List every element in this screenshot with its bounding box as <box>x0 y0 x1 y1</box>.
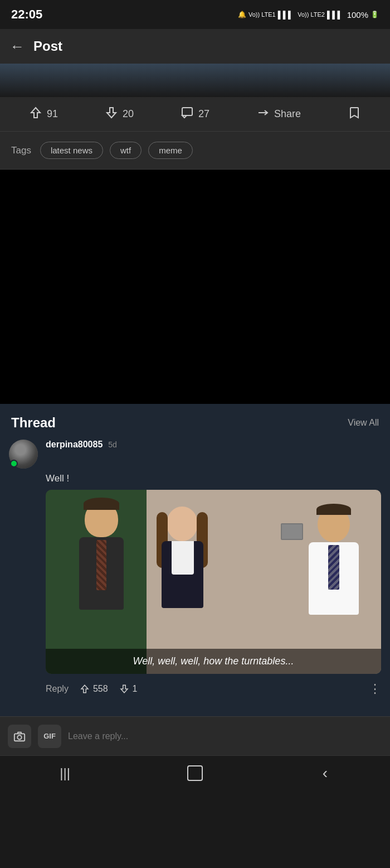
post-image-area <box>0 64 390 97</box>
page-title: Post <box>33 38 62 54</box>
gif-label: GIF <box>43 732 56 740</box>
char3-tie-stripe <box>328 545 339 590</box>
nav-back-button[interactable]: ‹ <box>311 759 339 787</box>
reply-input[interactable] <box>68 731 382 741</box>
comment-upvote-count: 558 <box>93 684 108 694</box>
post-image-blur <box>0 64 390 97</box>
comment-top: derpina80085 5d <box>9 440 381 469</box>
reply-button[interactable]: Reply <box>46 684 69 694</box>
char1-body <box>79 537 124 610</box>
character-1 <box>62 501 140 646</box>
avatar-container <box>9 440 38 469</box>
comment-downvote-button[interactable]: 1 <box>119 684 138 694</box>
meme-caption: Well, well, well, how the turntables... <box>46 649 381 674</box>
character-2 <box>146 507 218 646</box>
char3-tie <box>328 545 339 590</box>
online-indicator <box>10 460 18 467</box>
share-button[interactable]: Share <box>256 106 301 123</box>
tag-wtf[interactable]: wtf <box>110 142 142 159</box>
char1-head <box>85 501 118 537</box>
comment-actions: Reply 558 1 ⋮ <box>46 674 381 704</box>
bottom-nav: ||| ‹ <box>0 755 390 790</box>
meme-caption-text: Well, well, well, how the turntables... <box>133 655 294 667</box>
share-label: Share <box>274 108 301 120</box>
back-icon: ‹ <box>323 764 328 782</box>
tags-label: Tags <box>11 145 31 156</box>
signal-bars-1: ▌▌▌ <box>278 11 294 19</box>
status-bar: 22:05 🔔 Vo)) LTE1 ▌▌▌ Vo)) LTE2 ▌▌▌ 100%… <box>0 0 390 29</box>
char2-head <box>167 507 198 541</box>
gif-button[interactable]: GIF <box>38 725 61 748</box>
char2-shirt <box>172 541 194 575</box>
comment-downvote-icon <box>119 684 129 694</box>
svg-rect-0 <box>182 108 192 115</box>
comments-button[interactable]: 27 <box>181 106 209 123</box>
post-content-area <box>0 170 390 404</box>
nav-home-button[interactable] <box>181 759 209 787</box>
downvote-button[interactable]: 20 <box>105 106 134 123</box>
comment-username[interactable]: derpina80085 <box>46 440 103 450</box>
camera-icon <box>13 730 26 742</box>
status-icons: 🔔 Vo)) LTE1 ▌▌▌ Vo)) LTE2 ▌▌▌ 100% 🔋 <box>238 10 379 20</box>
char3-head <box>318 507 350 542</box>
char1-tie-pattern <box>96 540 106 590</box>
signal2-label: Vo)) LTE2 <box>298 11 325 18</box>
menu-icon: ||| <box>60 765 70 781</box>
comment-text: Well ! <box>46 473 381 484</box>
save-icon <box>348 106 361 123</box>
char1-tie <box>96 540 106 590</box>
signal-bars-2: ▌▌▌ <box>327 11 343 19</box>
more-options-button[interactable]: ⋮ <box>369 682 381 696</box>
comment-header-info: derpina80085 5d <box>46 440 117 452</box>
camera-button[interactable] <box>8 725 31 748</box>
reply-bar: GIF <box>0 716 390 755</box>
char1-hair <box>84 498 119 510</box>
char3-body <box>309 542 359 615</box>
comment-item: derpina80085 5d Well ! <box>0 440 390 713</box>
comment-time: 5d <box>108 440 117 449</box>
home-icon <box>187 765 203 781</box>
character-3 <box>298 507 370 646</box>
char3-hair <box>316 504 351 515</box>
upvote-button[interactable]: 91 <box>29 106 58 123</box>
upvote-count: 91 <box>47 108 58 120</box>
share-icon <box>256 106 270 123</box>
comment-meta: derpina80085 5d <box>46 440 117 450</box>
action-bar: 91 20 27 Share <box>0 97 390 132</box>
comment-upvote-button[interactable]: 558 <box>80 684 108 694</box>
downvote-count: 20 <box>123 108 134 120</box>
meme-scene: Well, well, well, how the turntables... <box>46 490 381 674</box>
back-button[interactable]: ← <box>10 38 25 55</box>
thread-header: Thread View All <box>0 404 390 440</box>
comment-downvote-count: 1 <box>133 684 138 694</box>
signal1-label: Vo)) LTE1 <box>248 11 276 18</box>
save-button[interactable] <box>348 106 361 123</box>
upvote-icon <box>29 106 42 123</box>
char2-hair <box>163 501 202 546</box>
battery-icon: 🔋 <box>370 11 379 18</box>
view-all-button[interactable]: View All <box>348 418 379 428</box>
post-header: ← Post <box>0 29 390 64</box>
alarm-icon: 🔔 <box>238 11 246 18</box>
status-time: 22:05 <box>11 7 42 22</box>
thread-title: Thread <box>11 415 56 431</box>
battery-label: 100% <box>347 10 368 20</box>
comment-icon <box>181 106 194 123</box>
meme-image: Well, well, well, how the turntables... <box>46 490 381 674</box>
thread-section: Thread View All derpina80085 5d Well ! <box>0 404 390 716</box>
nav-menu-button[interactable]: ||| <box>51 759 79 787</box>
svg-point-2 <box>17 735 21 739</box>
comment-upvote-icon <box>80 684 90 694</box>
downvote-icon <box>105 106 118 123</box>
comment-count: 27 <box>198 108 209 120</box>
tag-meme[interactable]: meme <box>148 142 193 159</box>
char2-body <box>162 541 203 608</box>
tags-section: Tags latest news wtf meme <box>0 132 390 170</box>
tag-latest-news[interactable]: latest news <box>40 142 103 159</box>
